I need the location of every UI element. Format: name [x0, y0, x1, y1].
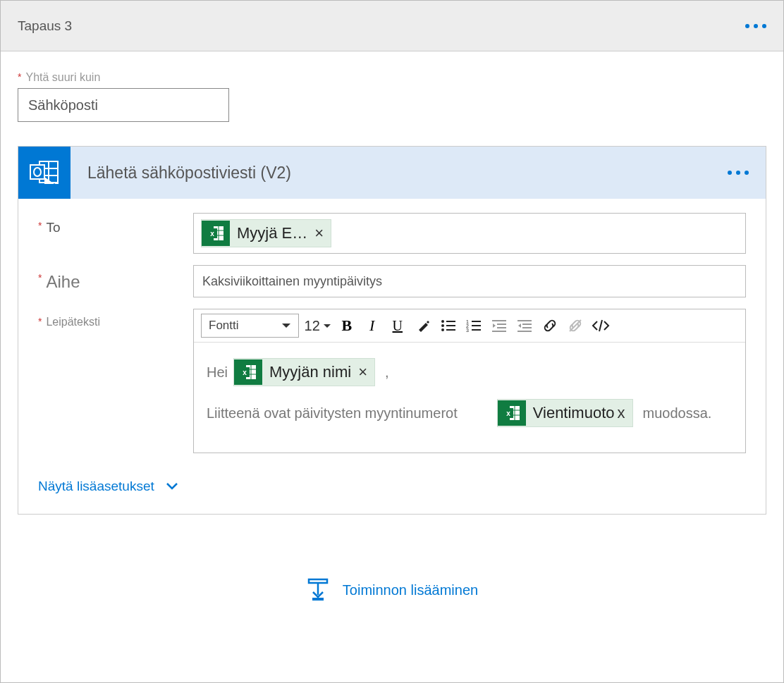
- svg-rect-45: [309, 579, 327, 583]
- numbered-list-button[interactable]: 123: [464, 316, 484, 336]
- remove-token-button[interactable]: ×: [358, 357, 367, 388]
- remove-token-button[interactable]: ×: [314, 224, 324, 242]
- svg-text:3: 3: [466, 328, 469, 333]
- svg-rect-15: [446, 325, 455, 326]
- case-menu-button[interactable]: [745, 24, 766, 28]
- add-action-icon: [306, 578, 330, 602]
- link-button[interactable]: [540, 316, 560, 336]
- svg-text:x: x: [210, 230, 214, 238]
- svg-text:x: x: [243, 369, 247, 376]
- svg-rect-24: [492, 320, 506, 321]
- body-line2-pre: Liitteenä ovat päivitysten myyntinumerot: [207, 399, 458, 427]
- body-label: *Leipäteksti: [38, 309, 193, 328]
- svg-rect-31: [517, 331, 532, 332]
- equals-input[interactable]: [18, 88, 229, 122]
- italic-button[interactable]: I: [362, 316, 382, 336]
- svg-point-14: [441, 324, 444, 327]
- indent-button[interactable]: [515, 316, 534, 336]
- outlook-icon: [18, 147, 71, 199]
- svg-rect-27: [492, 331, 506, 332]
- case-title: Tapaus 3: [18, 18, 72, 34]
- svg-rect-26: [497, 327, 506, 328]
- underline-button[interactable]: U: [388, 316, 408, 336]
- svg-rect-30: [522, 327, 532, 328]
- svg-rect-29: [522, 324, 532, 325]
- svg-rect-21: [472, 325, 481, 326]
- send-email-action-card: Lähetä sähköpostiviesti (V2) *To: [18, 146, 766, 515]
- add-action-button[interactable]: Toiminnon lisääminen: [18, 578, 766, 602]
- svg-rect-25: [497, 324, 506, 325]
- svg-rect-17: [446, 329, 455, 331]
- svg-rect-19: [472, 321, 481, 322]
- body-content[interactable]: Hei x: [194, 343, 745, 453]
- body-line2-post: muodossa.: [643, 399, 712, 427]
- color-picker-button[interactable]: [413, 316, 433, 336]
- svg-rect-47: [312, 598, 324, 601]
- remove-token-button[interactable]: x: [618, 398, 625, 429]
- subject-label: *Aihe: [38, 265, 193, 292]
- action-title: Lähetä sähköpostiviesti (V2): [87, 164, 728, 183]
- excel-icon: x: [234, 359, 262, 385]
- body-name-token[interactable]: x Myyjän nimi ×: [233, 358, 375, 386]
- bullet-list-button[interactable]: [439, 316, 458, 336]
- body-format-token[interactable]: x Vientimuoto x: [497, 399, 633, 427]
- subject-input[interactable]: [193, 265, 746, 297]
- font-select[interactable]: Fontti: [201, 314, 299, 338]
- equals-label: *Yhtä suuri kuin: [18, 71, 766, 84]
- body-editor: Fontti 12 B I U: [193, 309, 746, 453]
- font-size-select[interactable]: 12: [305, 318, 331, 334]
- svg-point-12: [441, 320, 444, 323]
- outdent-button[interactable]: [489, 316, 509, 336]
- code-view-button[interactable]: [591, 316, 611, 336]
- action-header[interactable]: Lähetä sähköpostiviesti (V2): [18, 147, 766, 199]
- to-label: *To: [38, 213, 193, 235]
- excel-icon: x: [202, 221, 230, 246]
- body-greeting: Hei: [207, 358, 228, 386]
- svg-point-16: [441, 328, 444, 331]
- excel-icon: x: [498, 400, 526, 426]
- case-header: Tapaus 3: [1, 1, 783, 51]
- rte-toolbar: Fontti 12 B I U: [194, 309, 745, 343]
- to-input[interactable]: x Myyjä E… ×: [193, 213, 746, 254]
- chevron-down-icon: [166, 482, 178, 491]
- unlink-button[interactable]: [565, 316, 585, 336]
- show-advanced-button[interactable]: Näytä lisäasetukset: [38, 479, 178, 494]
- svg-rect-28: [517, 320, 532, 321]
- action-menu-button[interactable]: [728, 171, 749, 175]
- bold-button[interactable]: B: [337, 316, 357, 336]
- svg-rect-13: [446, 321, 455, 322]
- svg-text:x: x: [506, 410, 510, 417]
- to-token[interactable]: x Myyjä E… ×: [201, 219, 331, 247]
- svg-rect-23: [472, 329, 481, 331]
